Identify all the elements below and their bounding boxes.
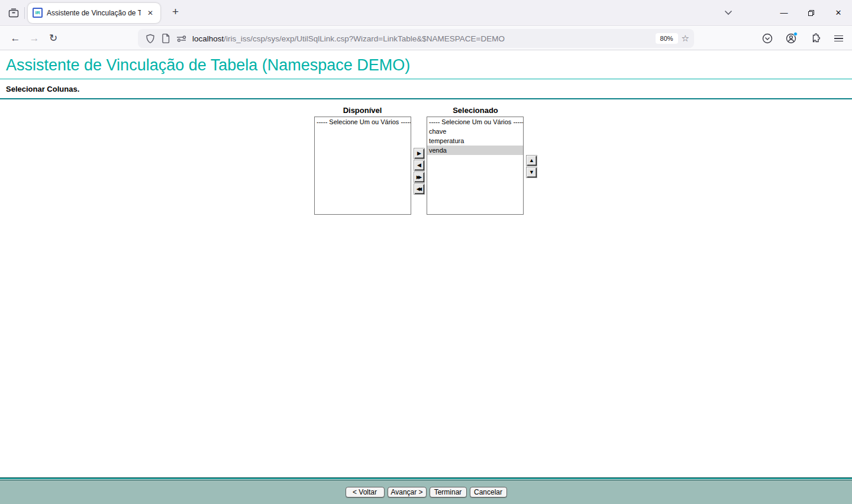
wizard-footer: < Voltar Avançar > Terminar Cancelar — [0, 477, 852, 504]
list-item[interactable]: ----- Selecione Um ou Vários ----- — [427, 117, 523, 127]
list-item[interactable]: chave — [427, 127, 523, 136]
title-divider — [0, 79, 852, 79]
restore-icon — [808, 10, 814, 16]
page-title: Assistente de Vinculação de Tabela (Name… — [6, 56, 852, 75]
zoom-level-badge[interactable]: 80% — [656, 33, 678, 44]
tab-strip: IR Assistente de Vinculação de Tab ✕ + —… — [0, 0, 852, 26]
move-down-button[interactable]: ▼ — [526, 167, 537, 178]
permissions-toggle-icon[interactable] — [173, 31, 189, 46]
available-columns-listbox[interactable]: ----- Selecione Um ou Vários ----- — [314, 117, 411, 215]
restore-button[interactable] — [798, 2, 825, 24]
tab-title: Assistente de Vinculação de Tab — [47, 9, 141, 17]
firefox-view-button[interactable] — [4, 4, 23, 22]
list-item[interactable]: temperatura — [427, 136, 523, 146]
menu-hamburger-icon[interactable] — [830, 30, 847, 47]
back-wizard-button[interactable]: < Voltar — [346, 487, 385, 497]
list-item[interactable]: ----- Selecione Um ou Vários ----- — [315, 117, 411, 127]
transfer-buttons: ▶ ◀ ▶▶ ◀◀ — [414, 148, 425, 195]
account-notification-dot — [793, 32, 798, 36]
close-window-button[interactable]: ✕ — [825, 2, 852, 24]
shield-icon[interactable] — [143, 31, 158, 46]
url-path: /iris_iss/csp/sys/exp/UtilSqlLink.csp?Wi… — [224, 34, 505, 43]
tab-close-icon[interactable]: ✕ — [145, 8, 156, 18]
back-button[interactable]: ← — [6, 30, 25, 47]
tab-separator — [24, 7, 25, 19]
url-bar[interactable]: localhost/iris_iss/csp/sys/exp/UtilSqlLi… — [138, 29, 694, 48]
move-up-button[interactable]: ▲ — [526, 155, 537, 166]
account-icon[interactable] — [782, 30, 800, 47]
section-heading: Selecionar Colunas. — [6, 85, 852, 93]
available-list-label: Disponível — [314, 106, 411, 115]
wizard-page: Assistente de Vinculação de Tabela (Name… — [0, 51, 852, 477]
section-divider — [0, 98, 852, 99]
browser-window: IR Assistente de Vinculação de Tab ✕ + —… — [0, 0, 852, 504]
move-right-button[interactable]: ▶ — [414, 148, 425, 159]
move-all-left-button[interactable]: ◀◀ — [414, 183, 425, 195]
reload-button[interactable]: ↻ — [44, 30, 63, 47]
window-controls: — ✕ — [724, 2, 852, 24]
navigation-toolbar: ← → ↻ localhost/iris_iss/csp/ — [0, 27, 852, 50]
finish-wizard-button[interactable]: Terminar — [430, 487, 467, 497]
minimize-button[interactable]: — — [770, 2, 798, 24]
move-left-button[interactable]: ◀ — [414, 160, 425, 171]
list-all-tabs-chevron-icon[interactable] — [724, 10, 732, 15]
footer-button-bar: < Voltar Avançar > Terminar Cancelar — [0, 480, 852, 504]
pocket-icon[interactable] — [759, 30, 776, 47]
forward-button[interactable]: → — [25, 30, 44, 47]
reorder-buttons: ▲ ▼ — [526, 155, 537, 178]
url-text[interactable]: localhost/iris_iss/csp/sys/exp/UtilSqlLi… — [192, 34, 656, 43]
hamburger-lines — [834, 35, 843, 42]
firefox-view-icon — [8, 8, 19, 18]
page-info-icon[interactable] — [158, 31, 173, 46]
selected-list-label: Selecionado — [427, 106, 524, 115]
next-wizard-button[interactable]: Avançar > — [388, 487, 427, 497]
cancel-wizard-button[interactable]: Cancelar — [470, 487, 507, 497]
url-host: localhost — [192, 34, 224, 43]
iris-favicon: IR — [33, 8, 43, 18]
list-item[interactable]: venda — [427, 146, 523, 155]
bookmark-star-icon[interactable]: ☆ — [682, 33, 689, 44]
selected-columns-listbox[interactable]: ----- Selecione Um ou Vários -----chavet… — [427, 117, 524, 215]
move-all-right-button[interactable]: ▶▶ — [414, 172, 425, 183]
new-tab-button[interactable]: + — [167, 5, 183, 20]
toolbar-right-icons — [759, 29, 847, 48]
extensions-puzzle-icon[interactable] — [806, 30, 824, 47]
browser-tab[interactable]: IR Assistente de Vinculação de Tab ✕ — [28, 3, 160, 23]
